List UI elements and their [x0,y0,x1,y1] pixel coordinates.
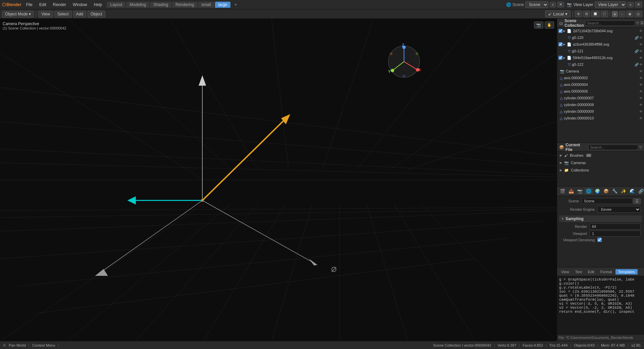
props-tab-render[interactable]: 🎬 [558,188,567,194]
transform-global-btn[interactable]: ⊕ [575,11,582,17]
ol-eye-axis2[interactable]: 👁 [639,76,643,80]
menu-file[interactable]: File [24,2,35,8]
3d-viewport[interactable]: Camera Perspective (1) Scene Collection … [0,19,557,341]
props-tab-particles[interactable]: ✨ [620,188,628,194]
ol-arrow-svg3[interactable]: ▶ [563,56,566,59]
te-tab-format[interactable]: Format [598,269,615,275]
ol-eye-g0120[interactable]: 👁 [639,36,643,40]
scene-select[interactable]: Scene [525,1,548,8]
ol-check-svg2[interactable] [558,42,562,46]
view-menu[interactable]: View [38,11,53,17]
object-menu[interactable]: Object [88,11,105,17]
ol-eye-svg2[interactable]: 👁 [639,43,643,46]
ol-item-svg1[interactable]: ▶ 📄 2d711642b726b044.svg 👁 [557,28,644,34]
proportional-btn[interactable]: ⬡ [601,11,608,17]
te-tab-templates[interactable]: Templates [615,269,638,275]
props-tab-view-layer[interactable]: 📷 [576,188,584,194]
ol-item-axis2[interactable]: △ axis.00000002 👁 [557,74,644,81]
props-tab-physics[interactable]: 🌊 [628,188,636,194]
ol-eye-svg3[interactable]: 👁 [639,56,643,60]
ol-check-svg3[interactable] [558,56,562,60]
select-menu[interactable]: Select [54,11,71,17]
ol-item-axis6[interactable]: △ axis.00000006 👁 [557,88,644,95]
te-tab-text[interactable]: Text [573,269,585,275]
text-editor-content[interactable]: g = GraphSpace(ticksOn=False, labe g.col… [557,276,644,334]
mode-dropdown[interactable]: Object Mode ▾ [2,11,34,17]
props-tab-constraints[interactable]: 🔗 [637,188,644,194]
ol-eye-camera[interactable]: 👁 [639,69,643,73]
viewport-camera-btn[interactable]: 📷 [534,21,543,29]
ol-item-svg2[interactable]: ▶ 📄 a1fce4363854ff88.svg 👁 [557,41,644,48]
viewport-local-btn[interactable]: ↙ Local ▾ [545,10,570,17]
scene-add-btn[interactable]: + [550,2,556,7]
scene-name-input[interactable] [582,198,633,204]
transform-pivot-btn[interactable]: ⊞ [583,11,590,17]
viewport-shading-btn[interactable]: ● [612,11,618,17]
ol-item-cyl9[interactable]: △ cylinder.00000009 👁 [557,108,644,115]
viewport-samples-input[interactable] [590,231,641,237]
ol-eye-g0121[interactable]: 👁 [639,49,643,53]
props-tab-world[interactable]: 🌍 [593,188,601,194]
render-engine-select[interactable]: Eevee Cycles Workbench [597,206,641,213]
snap-btn[interactable]: 🔲 [591,11,600,17]
props-tab-modifier[interactable]: 🔧 [611,188,619,194]
asset-library-filter-btn[interactable]: ▽ [639,145,642,149]
tab-small[interactable]: small [198,2,214,8]
ol-item-cyl8[interactable]: △ cylinder.00000008 👁 [557,101,644,108]
ol-restrict-g0121[interactable]: 🔗 [635,49,639,53]
outliner-options-btn[interactable]: ☰ [640,21,644,25]
view-layer-add-btn[interactable]: + [628,2,634,7]
scene-props-options-btn[interactable]: ☰ [633,198,641,204]
ol-item-g0122[interactable]: ▽ g0-122 🔗 👁 [557,61,644,68]
ol-item-g0120[interactable]: ▽ g0-120 🔗 👁 [557,34,644,41]
ol-eye-svg1[interactable]: 👁 [639,29,643,33]
te-tab-edit[interactable]: Edit [585,269,597,275]
ol-item-camera[interactable]: 📷 Camera 👁 [557,68,644,74]
menu-edit[interactable]: Edit [37,2,48,8]
outliner-search[interactable] [585,20,635,26]
asset-item-cameras[interactable]: ▶ 📷 Cameras [557,159,644,166]
ol-item-cyl7[interactable]: △ cylinder.00000007 👁 [557,95,644,101]
ol-eye-axis6[interactable]: 👁 [639,90,643,93]
asset-item-brushes[interactable]: ▶ 🖌 Brushes 43 [557,152,644,159]
viewport-rendered-btn[interactable]: ◉ [626,11,634,17]
viewport-denoising-checkbox[interactable] [597,238,602,242]
viewport-solid-btn[interactable]: ○ [619,11,625,17]
tab-add[interactable]: + [231,2,240,8]
ol-item-g0121[interactable]: ▽ g0-121 🔗 👁 [557,48,644,54]
render-samples-input[interactable] [590,223,641,230]
props-tab-object[interactable]: 📦 [602,188,610,194]
view-layer-select[interactable]: View Layer [595,1,626,8]
asset-item-collections[interactable]: ▶ 📁 Collections [557,166,644,174]
ol-eye-axis4[interactable]: 👁 [639,83,643,87]
menu-help[interactable]: Help [92,2,104,8]
ol-item-cyl10[interactable]: △ cylinder.00000010 👁 [557,115,644,121]
menu-window[interactable]: Window [71,2,89,8]
ol-eye-cyl7[interactable]: 👁 [639,96,643,100]
viewport-material-btn[interactable]: ◎ [635,11,642,17]
props-tab-scene[interactable]: 🌐 [585,188,593,194]
tab-layout[interactable]: Layout [107,2,125,8]
ol-eye-g0122[interactable]: 👁 [639,63,643,66]
tab-large[interactable]: large [215,2,231,8]
ol-restrict-g0120[interactable]: 🔗 [635,36,639,40]
ol-arrow-svg1[interactable]: ▶ [563,29,566,33]
ol-restrict-g0122[interactable]: 🔗 [635,63,639,66]
tab-modeling[interactable]: Modeling [126,2,149,8]
menu-render[interactable]: Render [51,2,68,8]
ol-eye-cyl10[interactable]: 👁 [639,116,643,120]
ol-item-svg3[interactable]: ▶ 📄 594e519ae499312b.svg 👁 [557,54,644,61]
asset-library-search[interactable] [588,145,638,150]
ol-item-axis4[interactable]: △ axis.00000004 👁 [557,81,644,88]
tab-rendering[interactable]: Rendering [172,2,197,8]
ol-eye-cyl8[interactable]: 👁 [639,103,643,107]
outliner-filter-btn[interactable]: ▽ [636,21,639,25]
props-tab-output[interactable]: 📤 [567,188,575,194]
ol-check-svg1[interactable] [558,29,562,33]
add-menu[interactable]: Add [73,11,86,17]
view-layer-remove-btn[interactable]: ✕ [635,2,642,7]
ol-eye-cyl9[interactable]: 👁 [639,110,643,113]
scene-remove-btn[interactable]: ✕ [557,2,564,7]
sampling-header[interactable]: ▼ Sampling [559,215,642,222]
ol-arrow-svg2[interactable]: ▶ [563,43,566,46]
